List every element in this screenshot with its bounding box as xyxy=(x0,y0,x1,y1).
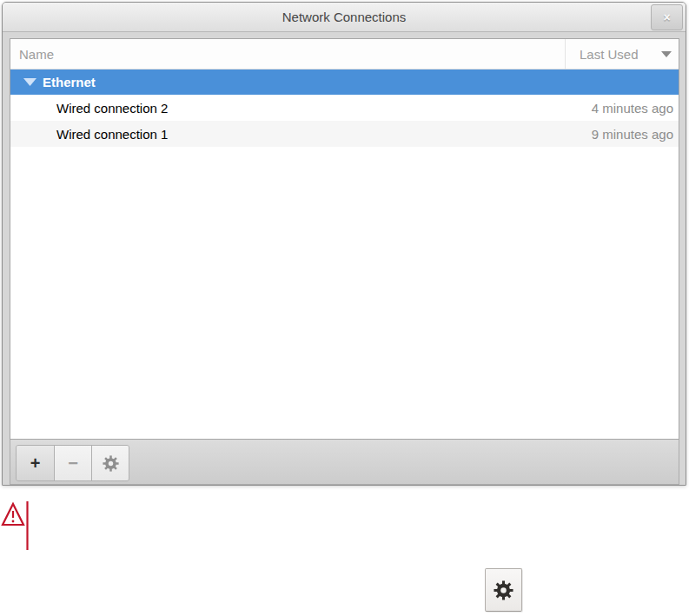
group-label: Ethernet xyxy=(43,75,96,89)
network-connections-window: Network Connections × Name Last Used Eth… xyxy=(2,2,686,486)
floating-gear-button[interactable] xyxy=(485,568,522,612)
remove-connection-button[interactable]: − xyxy=(54,446,91,480)
minus-icon: − xyxy=(68,454,78,474)
column-header-last-used[interactable]: Last Used xyxy=(565,39,679,69)
sort-descending-icon xyxy=(661,51,672,57)
connection-last-used: 4 minutes ago xyxy=(592,101,679,116)
connection-last-used: 9 minutes ago xyxy=(592,127,679,142)
expander-down-icon[interactable] xyxy=(23,78,36,86)
warning-triangle-icon xyxy=(1,500,30,551)
plus-icon: + xyxy=(30,454,41,474)
toolbar-button-group: + − xyxy=(16,445,129,481)
close-icon: × xyxy=(663,10,670,24)
edit-connection-button[interactable] xyxy=(91,446,129,480)
bottom-toolbar: + − xyxy=(10,440,679,485)
add-connection-button[interactable]: + xyxy=(17,446,54,480)
desktop-background: { "window": { "title": "Network Connecti… xyxy=(0,0,689,616)
close-button[interactable]: × xyxy=(651,4,683,30)
connections-list: Name Last Used Ethernet Wired connection… xyxy=(10,38,679,440)
titlebar[interactable]: Network Connections × xyxy=(3,3,686,32)
column-header-name[interactable]: Name xyxy=(10,39,565,69)
gear-icon xyxy=(103,455,119,472)
table-row-wired-connection-2[interactable]: Wired connection 2 4 minutes ago xyxy=(10,95,679,121)
group-row-ethernet[interactable]: Ethernet xyxy=(10,70,679,95)
connection-name: Wired connection 1 xyxy=(10,127,168,142)
list-header: Name Last Used xyxy=(10,39,679,70)
gear-icon xyxy=(494,580,513,600)
table-row-wired-connection-1[interactable]: Wired connection 1 9 minutes ago xyxy=(10,121,679,147)
connection-name: Wired connection 2 xyxy=(10,101,168,116)
window-title: Network Connections xyxy=(3,10,686,24)
